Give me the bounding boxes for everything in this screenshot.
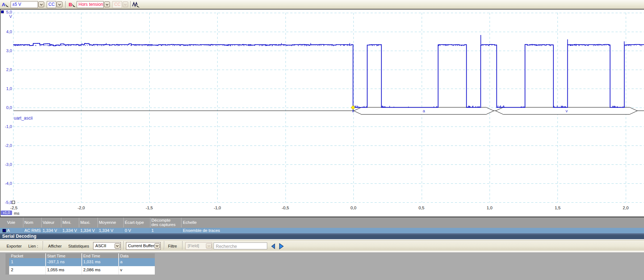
svg-text:1,5: 1,5 (555, 206, 560, 210)
svg-text:1,0: 1,0 (6, 86, 12, 91)
svg-text:V: V (9, 14, 12, 19)
svg-text:-2,0: -2,0 (77, 206, 85, 210)
svg-text:-2,5: -2,5 (10, 206, 18, 210)
svg-text:0,0: 0,0 (350, 206, 356, 210)
svg-text:0,0: 0,0 (6, 105, 12, 110)
svg-text:2,0: 2,0 (6, 67, 12, 72)
svg-text:-3,0: -3,0 (5, 162, 12, 167)
svg-text:3,0: 3,0 (6, 48, 12, 53)
svg-text:-1,5: -1,5 (146, 206, 153, 210)
svg-text:a: a (423, 109, 425, 113)
svg-text:v: v (566, 109, 568, 113)
svg-text:-0,5: -0,5 (282, 206, 289, 210)
svg-text:-2,0: -2,0 (5, 143, 12, 148)
svg-text:2,0: 2,0 (623, 206, 629, 210)
svg-text:-4,0: -4,0 (5, 181, 12, 186)
svg-text:x1,0: x1,0 (3, 211, 10, 215)
svg-text:5,0: 5,0 (6, 10, 12, 14)
svg-text:uart_ascii: uart_ascii (14, 116, 32, 121)
svg-text:-1,0: -1,0 (5, 124, 12, 129)
svg-text:4,0: 4,0 (6, 30, 12, 34)
svg-text:0,5: 0,5 (419, 206, 425, 210)
svg-text:ms: ms (14, 211, 20, 215)
svg-text:1,0: 1,0 (487, 206, 492, 210)
svg-text:-5,0: -5,0 (5, 200, 12, 205)
svg-text:-1,0: -1,0 (214, 206, 221, 210)
